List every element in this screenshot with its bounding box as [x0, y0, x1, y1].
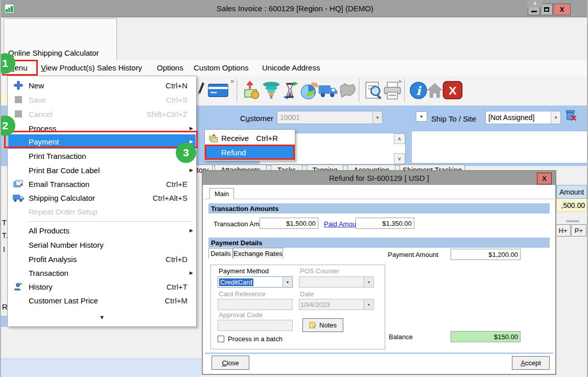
submenu-item-receive[interactable]: Receive Ctrl+R	[206, 131, 294, 145]
chevron-down-icon[interactable]: ▼	[372, 111, 382, 124]
menu-item-shipping-calculator[interactable]: Shipping CalculatorCtrl+Alt+S	[8, 191, 196, 205]
transaction-amount-field: $1,500.00	[260, 218, 318, 229]
left-edge-label: I	[3, 245, 5, 253]
hourglass-transfer-icon	[281, 81, 300, 100]
menu-item-transaction[interactable]: Transaction▶	[8, 266, 196, 280]
menu-item-all-products[interactable]: All Products▶	[8, 223, 196, 238]
receive-payment-button[interactable]	[243, 81, 263, 100]
minimize-icon	[531, 11, 537, 12]
menubar-custom-options[interactable]: Custom Options	[191, 60, 252, 76]
region-map-button[interactable]	[338, 81, 358, 100]
collapse-ribbon-chevron[interactable]: ∧	[527, 0, 543, 7]
toolbar-overflow-chevron[interactable]: »	[398, 77, 402, 85]
customer-combobox[interactable]: 10001 ▼	[277, 111, 383, 124]
submenu-arrow-icon: ▶	[190, 126, 193, 131]
notes-button[interactable]: Notes	[302, 318, 343, 332]
analysis-chart-button[interactable]: %	[299, 81, 319, 100]
left-edge-cell	[1, 92, 6, 103]
menu-item-print-transaction[interactable]: Print Transaction	[8, 149, 196, 163]
toolbar-separator	[404, 79, 406, 102]
receive-payment-icon	[243, 81, 263, 100]
signature-pen-button[interactable]	[197, 81, 205, 96]
dialog-accept-button[interactable]: Accept	[512, 356, 550, 370]
menu-item-history[interactable]: HistoryCtrl+T	[8, 279, 196, 294]
truck-icon	[8, 193, 29, 202]
maximize-icon	[544, 7, 549, 12]
refund-dialog-title: Refund for SI-600129 [ USD ]	[329, 174, 429, 182]
ship-to-address-textarea[interactable]	[411, 131, 587, 163]
menu-item-profit-analysis[interactable]: Profit AnalysisCtrl+D	[8, 252, 196, 266]
menu-item-save[interactable]: SaveCtrl+S	[8, 92, 196, 107]
toolbar-overflow-chevron[interactable]: »	[230, 77, 234, 85]
date-combobox: 10/4/2023 ▼	[299, 299, 374, 310]
shipping-button[interactable]	[318, 82, 338, 99]
dialog-close-action-button[interactable]: Close	[211, 356, 249, 370]
refund-dialog-titlebar: Refund for SI-600129 [ USD ] X	[203, 171, 555, 185]
header-dropdown-button[interactable]: ▼	[416, 111, 427, 122]
credit-card-button[interactable]	[207, 83, 229, 98]
receive-cash-icon	[206, 134, 221, 143]
filter-button[interactable]	[262, 81, 281, 100]
menu-item-print-bar-code-label[interactable]: Print Bar Code Label▶	[8, 163, 196, 177]
ship-to-combobox[interactable]: [Not Assigned] ▼	[485, 111, 561, 124]
dialog-tab-details[interactable]: Details	[208, 248, 233, 258]
left-edge-label: T	[2, 219, 7, 227]
h-plus-button[interactable]: H+	[555, 224, 571, 237]
main-dropdown-menu: NewCtrl+N SaveCtrl+S CancelShift+Ctrl+Z …	[7, 76, 197, 327]
svg-text:%: %	[311, 81, 318, 89]
ship-to-site-label: Ship To / Site	[431, 114, 476, 123]
submenu-arrow-icon: ▶	[190, 270, 193, 275]
close-button[interactable]: X	[553, 4, 571, 15]
chevron-down-icon[interactable]: ▼	[551, 111, 560, 124]
date-label: Date	[300, 290, 314, 298]
scroll-up-button[interactable]: ∧	[394, 133, 405, 144]
payment-amount-field[interactable]: $1,200.00	[451, 249, 521, 260]
menu-item-cancel[interactable]: CancelShift+Ctrl+Z	[8, 107, 196, 121]
process-batch-checkbox[interactable]	[218, 336, 224, 342]
menu-item-repeat-order-setup[interactable]: Repeat Order Setup	[8, 204, 196, 219]
print-preview-button[interactable]	[364, 81, 384, 101]
payment-amount-label: Payment Amount	[388, 251, 438, 258]
menu-item-serial-number-history[interactable]: Serial Number History	[8, 238, 196, 252]
approval-code-label: Approval Code	[219, 311, 263, 319]
amount-cell[interactable]: ,500.00	[556, 199, 587, 212]
svg-text:X: X	[449, 84, 456, 97]
menubar-options[interactable]: Options	[154, 60, 186, 76]
payment-method-label: Payment Method	[219, 267, 269, 275]
funnel-filter-icon	[262, 81, 281, 100]
customer-value: 10001	[280, 113, 300, 122]
chevron-down-icon: ▼	[99, 314, 105, 320]
menu-scroll-more[interactable]: ▼	[8, 310, 196, 324]
home-button[interactable]	[425, 81, 444, 100]
map-icon	[338, 81, 358, 100]
resize-handle[interactable]	[566, 220, 579, 222]
history-icon	[8, 281, 29, 292]
dialog-tab-main[interactable]: Main	[209, 188, 234, 199]
balance-field: $150.00	[451, 331, 521, 342]
menu-item-email-transaction[interactable]: Email TransactionCtrl+E	[8, 177, 196, 191]
home-icon	[425, 81, 444, 100]
clear-ship-to-button[interactable]	[564, 108, 578, 124]
p-plus-button[interactable]: P+	[571, 224, 586, 237]
payment-method-combobox[interactable]: CreditCard ▼	[218, 276, 293, 288]
pending-transfer-button[interactable]	[281, 81, 300, 100]
submenu-arrow-icon: ▶	[190, 168, 193, 173]
dialog-footer-separator	[205, 352, 553, 354]
dialog-tab-exchange-rates[interactable]: Exchange Rates	[233, 248, 283, 258]
menu-item-new[interactable]: NewCtrl+N	[8, 78, 196, 92]
chevron-down-icon[interactable]: ▼	[283, 277, 292, 287]
chevron-down-icon: ▼	[364, 299, 373, 310]
submenu-arrow-icon: ▶	[190, 228, 193, 233]
online-shipping-calculator-item[interactable]: Online Shipping Calculator	[8, 49, 99, 57]
scroll-down-button[interactable]: ∨	[394, 153, 405, 164]
pos-counter-combobox: ▼	[299, 276, 374, 288]
menu-item-customer-last-price[interactable]: Customer Last PriceCtrl+M	[8, 293, 196, 308]
menubar-view-products-sales-history[interactable]: View Product(s) Sales History	[38, 60, 145, 76]
balance-label: Balance	[389, 333, 413, 341]
plus-icon	[8, 81, 29, 90]
quick-menu-panel: Online Shipping Calculator	[4, 18, 117, 60]
dialog-close-button[interactable]: X	[537, 173, 552, 184]
exit-button[interactable]: X	[442, 81, 463, 100]
menubar-unicode-address[interactable]: Unicode Address	[259, 60, 323, 76]
transaction-amounts-header: Transaction Amounts	[208, 203, 550, 214]
